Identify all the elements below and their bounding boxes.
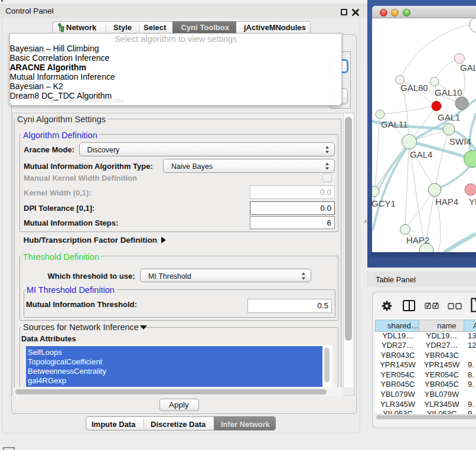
- svg-text:HAP4: HAP4: [435, 197, 458, 207]
- svg-text:HAP2: HAP2: [406, 235, 429, 245]
- svg-text:YE: YE: [469, 197, 476, 207]
- svg-text:GAL1: GAL1: [438, 112, 460, 122]
- svg-text:GAL80: GAL80: [400, 83, 428, 93]
- svg-text:GAL10: GAL10: [435, 87, 462, 97]
- svg-text:GCY1: GCY1: [372, 198, 396, 208]
- svg-text:GAL11: GAL11: [381, 119, 408, 129]
- svg-text:SWI4: SWI4: [449, 136, 471, 146]
- svg-text:GAL2: GAL2: [460, 63, 476, 73]
- svg-text:GAL4: GAL4: [410, 149, 432, 159]
